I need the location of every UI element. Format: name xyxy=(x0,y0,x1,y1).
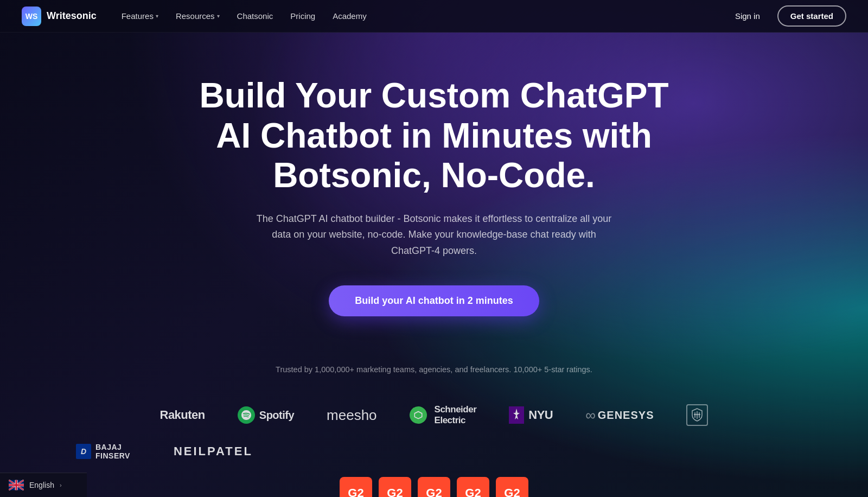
spotify-icon xyxy=(238,406,255,424)
nav-pricing[interactable]: Pricing xyxy=(283,8,323,24)
rakuten-text: Rakuten xyxy=(160,408,205,422)
bajaj-logo: D BAJAJFINSERV xyxy=(76,443,130,461)
logo[interactable]: WS Writesonic xyxy=(22,7,97,26)
getstarted-button[interactable]: Get started xyxy=(777,5,846,27)
trust-text: Trusted by 1,000,000+ marketing teams, a… xyxy=(33,365,835,374)
nav-features[interactable]: Features ▾ xyxy=(114,8,166,24)
shield-brand-logo xyxy=(686,404,708,426)
trust-section: Trusted by 1,000,000+ marketing teams, a… xyxy=(0,343,868,404)
logos-row-1: Rakuten Spotify meesho SchneiderElectric… xyxy=(0,404,868,426)
g2-badges-row: G2 G2 G2 G2 G2 xyxy=(0,466,868,497)
meesho-text: meesho xyxy=(327,407,377,424)
language-label: English xyxy=(29,481,54,489)
language-selector[interactable]: English › xyxy=(0,473,87,497)
g2-badge-3: G2 xyxy=(418,477,450,497)
hero-subtitle: The ChatGPT AI chatbot builder - Botsoni… xyxy=(255,211,613,259)
language-chevron: › xyxy=(60,482,62,488)
shield-icon xyxy=(686,404,708,426)
features-chevron: ▾ xyxy=(156,13,158,19)
nav-links: Features ▾ Resources ▾ Chatsonic Pricing… xyxy=(114,8,374,24)
bajaj-text: BAJAJFINSERV xyxy=(95,443,130,461)
uk-flag-icon xyxy=(9,480,24,490)
neilpatel-logo: NEILPATEL xyxy=(174,444,253,458)
g2-badge-2: G2 xyxy=(379,477,411,497)
neilpatel-text: NEILPATEL xyxy=(174,444,253,458)
logo-letters: WS xyxy=(25,12,38,21)
hero-title: Build Your Custom ChatGPT AI Chatbot in … xyxy=(190,76,678,196)
nav-chatsonic[interactable]: Chatsonic xyxy=(229,8,281,24)
hero-section: Build Your Custom ChatGPT AI Chatbot in … xyxy=(0,33,868,343)
spotify-text: Spotify xyxy=(259,409,294,422)
cta-button[interactable]: Build your AI chatbot in 2 minutes xyxy=(329,285,539,316)
genesys-symbol: ∞ xyxy=(585,407,596,424)
navbar: WS Writesonic Features ▾ Resources ▾ Cha… xyxy=(0,0,868,33)
genesys-text: GENESYS xyxy=(598,409,654,422)
g2-badge-1: G2 xyxy=(340,477,372,497)
schneider-icon xyxy=(410,406,427,424)
logos-row-2: D BAJAJFINSERV NEILPATEL xyxy=(0,437,868,467)
nav-right: Sign in Get started xyxy=(726,5,846,27)
nav-left: WS Writesonic Features ▾ Resources ▾ Cha… xyxy=(22,7,374,26)
nyu-icon xyxy=(509,406,524,424)
logo-icon: WS xyxy=(22,7,41,26)
logo-text: Writesonic xyxy=(47,10,97,22)
nyu-logo: NYU xyxy=(509,406,553,424)
schneider-text: SchneiderElectric xyxy=(435,404,477,426)
g2-badge-5: G2 xyxy=(496,477,528,497)
nav-resources[interactable]: Resources ▾ xyxy=(168,8,227,24)
spotify-logo: Spotify xyxy=(238,406,294,424)
genesys-logo: ∞ GENESYS xyxy=(585,407,654,424)
rakuten-logo: Rakuten xyxy=(160,408,205,422)
bajaj-icon: D xyxy=(76,444,91,459)
meesho-logo: meesho xyxy=(327,407,377,424)
resources-chevron: ▾ xyxy=(217,13,220,19)
signin-button[interactable]: Sign in xyxy=(726,7,769,25)
g2-badge-4: G2 xyxy=(457,477,489,497)
nav-academy[interactable]: Academy xyxy=(325,8,374,24)
nyu-text: NYU xyxy=(528,408,553,422)
schneider-logo: SchneiderElectric xyxy=(410,404,477,426)
